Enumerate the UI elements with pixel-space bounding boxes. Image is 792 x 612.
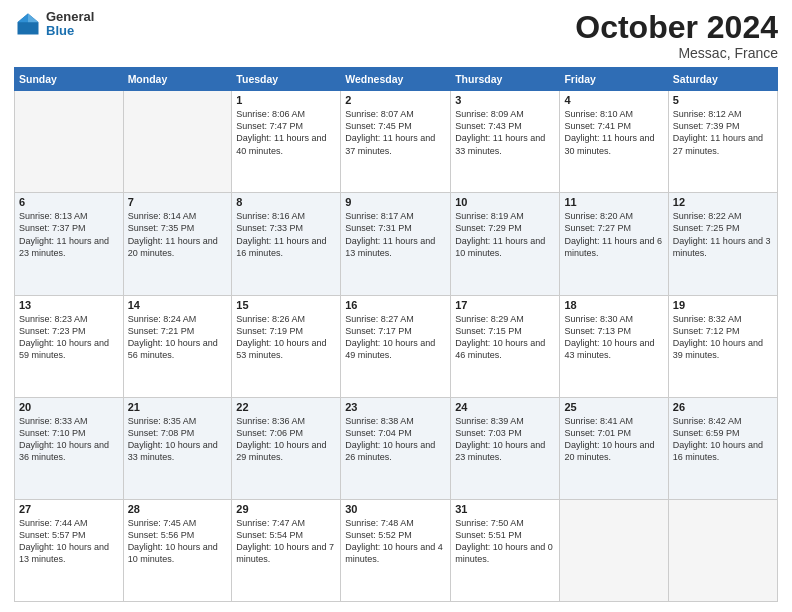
weekday-header-friday: Friday [560, 68, 668, 91]
calendar-cell: 14Sunrise: 8:24 AMSunset: 7:21 PMDayligh… [123, 295, 232, 397]
day-detail: Sunrise: 8:22 AMSunset: 7:25 PMDaylight:… [673, 210, 773, 259]
svg-marker-1 [28, 14, 39, 23]
day-detail: Sunrise: 8:38 AMSunset: 7:04 PMDaylight:… [345, 415, 446, 464]
calendar-cell: 31Sunrise: 7:50 AMSunset: 5:51 PMDayligh… [451, 499, 560, 601]
day-number: 21 [128, 401, 228, 413]
day-number: 9 [345, 196, 446, 208]
calendar-cell: 25Sunrise: 8:41 AMSunset: 7:01 PMDayligh… [560, 397, 668, 499]
svg-marker-2 [18, 14, 29, 23]
day-number: 27 [19, 503, 119, 515]
page-header: General Blue October 2024 Messac, France [14, 10, 778, 61]
day-detail: Sunrise: 7:47 AMSunset: 5:54 PMDaylight:… [236, 517, 336, 566]
calendar-cell: 9Sunrise: 8:17 AMSunset: 7:31 PMDaylight… [341, 193, 451, 295]
day-detail: Sunrise: 8:24 AMSunset: 7:21 PMDaylight:… [128, 313, 228, 362]
calendar-cell: 7Sunrise: 8:14 AMSunset: 7:35 PMDaylight… [123, 193, 232, 295]
day-number: 20 [19, 401, 119, 413]
day-number: 28 [128, 503, 228, 515]
weekday-header-thursday: Thursday [451, 68, 560, 91]
weekday-header-sunday: Sunday [15, 68, 124, 91]
day-detail: Sunrise: 7:48 AMSunset: 5:52 PMDaylight:… [345, 517, 446, 566]
weekday-header-tuesday: Tuesday [232, 68, 341, 91]
day-detail: Sunrise: 7:45 AMSunset: 5:56 PMDaylight:… [128, 517, 228, 566]
day-number: 4 [564, 94, 663, 106]
calendar-cell: 10Sunrise: 8:19 AMSunset: 7:29 PMDayligh… [451, 193, 560, 295]
day-number: 2 [345, 94, 446, 106]
day-number: 23 [345, 401, 446, 413]
day-detail: Sunrise: 7:50 AMSunset: 5:51 PMDaylight:… [455, 517, 555, 566]
weekday-header-row: SundayMondayTuesdayWednesdayThursdayFrid… [15, 68, 778, 91]
calendar-cell: 23Sunrise: 8:38 AMSunset: 7:04 PMDayligh… [341, 397, 451, 499]
calendar-cell: 5Sunrise: 8:12 AMSunset: 7:39 PMDaylight… [668, 91, 777, 193]
calendar-cell: 16Sunrise: 8:27 AMSunset: 7:17 PMDayligh… [341, 295, 451, 397]
calendar-cell: 3Sunrise: 8:09 AMSunset: 7:43 PMDaylight… [451, 91, 560, 193]
day-number: 7 [128, 196, 228, 208]
day-detail: Sunrise: 8:33 AMSunset: 7:10 PMDaylight:… [19, 415, 119, 464]
weekday-header-saturday: Saturday [668, 68, 777, 91]
calendar-page: General Blue October 2024 Messac, France… [0, 0, 792, 612]
calendar-cell: 8Sunrise: 8:16 AMSunset: 7:33 PMDaylight… [232, 193, 341, 295]
calendar-week-row: 1Sunrise: 8:06 AMSunset: 7:47 PMDaylight… [15, 91, 778, 193]
day-detail: Sunrise: 7:44 AMSunset: 5:57 PMDaylight:… [19, 517, 119, 566]
calendar-cell [15, 91, 124, 193]
calendar-cell: 26Sunrise: 8:42 AMSunset: 6:59 PMDayligh… [668, 397, 777, 499]
calendar-cell: 13Sunrise: 8:23 AMSunset: 7:23 PMDayligh… [15, 295, 124, 397]
day-number: 12 [673, 196, 773, 208]
day-number: 18 [564, 299, 663, 311]
day-detail: Sunrise: 8:16 AMSunset: 7:33 PMDaylight:… [236, 210, 336, 259]
logo-text: General Blue [46, 10, 94, 39]
day-number: 30 [345, 503, 446, 515]
title-block: October 2024 Messac, France [575, 10, 778, 61]
day-detail: Sunrise: 8:36 AMSunset: 7:06 PMDaylight:… [236, 415, 336, 464]
day-number: 31 [455, 503, 555, 515]
logo: General Blue [14, 10, 94, 39]
day-detail: Sunrise: 8:14 AMSunset: 7:35 PMDaylight:… [128, 210, 228, 259]
logo-icon [14, 10, 42, 38]
day-number: 26 [673, 401, 773, 413]
day-detail: Sunrise: 8:41 AMSunset: 7:01 PMDaylight:… [564, 415, 663, 464]
weekday-header-monday: Monday [123, 68, 232, 91]
logo-blue: Blue [46, 24, 94, 38]
day-number: 6 [19, 196, 119, 208]
day-detail: Sunrise: 8:27 AMSunset: 7:17 PMDaylight:… [345, 313, 446, 362]
calendar-cell: 29Sunrise: 7:47 AMSunset: 5:54 PMDayligh… [232, 499, 341, 601]
calendar-location: Messac, France [575, 45, 778, 61]
day-number: 13 [19, 299, 119, 311]
day-detail: Sunrise: 8:12 AMSunset: 7:39 PMDaylight:… [673, 108, 773, 157]
weekday-header-wednesday: Wednesday [341, 68, 451, 91]
calendar-cell: 1Sunrise: 8:06 AMSunset: 7:47 PMDaylight… [232, 91, 341, 193]
day-number: 25 [564, 401, 663, 413]
calendar-week-row: 27Sunrise: 7:44 AMSunset: 5:57 PMDayligh… [15, 499, 778, 601]
day-number: 17 [455, 299, 555, 311]
day-detail: Sunrise: 8:32 AMSunset: 7:12 PMDaylight:… [673, 313, 773, 362]
logo-general: General [46, 10, 94, 24]
day-detail: Sunrise: 8:20 AMSunset: 7:27 PMDaylight:… [564, 210, 663, 259]
calendar-cell: 21Sunrise: 8:35 AMSunset: 7:08 PMDayligh… [123, 397, 232, 499]
calendar-cell: 20Sunrise: 8:33 AMSunset: 7:10 PMDayligh… [15, 397, 124, 499]
day-number: 14 [128, 299, 228, 311]
day-number: 24 [455, 401, 555, 413]
calendar-cell: 18Sunrise: 8:30 AMSunset: 7:13 PMDayligh… [560, 295, 668, 397]
calendar-cell: 15Sunrise: 8:26 AMSunset: 7:19 PMDayligh… [232, 295, 341, 397]
day-detail: Sunrise: 8:07 AMSunset: 7:45 PMDaylight:… [345, 108, 446, 157]
calendar-cell [560, 499, 668, 601]
day-detail: Sunrise: 8:09 AMSunset: 7:43 PMDaylight:… [455, 108, 555, 157]
calendar-week-row: 6Sunrise: 8:13 AMSunset: 7:37 PMDaylight… [15, 193, 778, 295]
day-detail: Sunrise: 8:42 AMSunset: 6:59 PMDaylight:… [673, 415, 773, 464]
day-detail: Sunrise: 8:23 AMSunset: 7:23 PMDaylight:… [19, 313, 119, 362]
day-detail: Sunrise: 8:13 AMSunset: 7:37 PMDaylight:… [19, 210, 119, 259]
day-number: 29 [236, 503, 336, 515]
calendar-cell [123, 91, 232, 193]
calendar-table: SundayMondayTuesdayWednesdayThursdayFrid… [14, 67, 778, 602]
day-detail: Sunrise: 8:06 AMSunset: 7:47 PMDaylight:… [236, 108, 336, 157]
calendar-cell: 6Sunrise: 8:13 AMSunset: 7:37 PMDaylight… [15, 193, 124, 295]
calendar-title: October 2024 [575, 10, 778, 45]
calendar-cell: 27Sunrise: 7:44 AMSunset: 5:57 PMDayligh… [15, 499, 124, 601]
calendar-week-row: 20Sunrise: 8:33 AMSunset: 7:10 PMDayligh… [15, 397, 778, 499]
calendar-cell [668, 499, 777, 601]
day-detail: Sunrise: 8:29 AMSunset: 7:15 PMDaylight:… [455, 313, 555, 362]
calendar-cell: 4Sunrise: 8:10 AMSunset: 7:41 PMDaylight… [560, 91, 668, 193]
day-number: 22 [236, 401, 336, 413]
day-detail: Sunrise: 8:10 AMSunset: 7:41 PMDaylight:… [564, 108, 663, 157]
day-number: 11 [564, 196, 663, 208]
day-detail: Sunrise: 8:39 AMSunset: 7:03 PMDaylight:… [455, 415, 555, 464]
